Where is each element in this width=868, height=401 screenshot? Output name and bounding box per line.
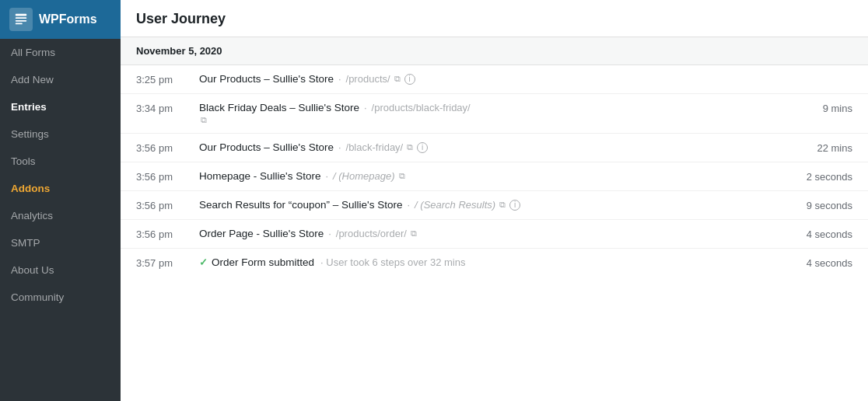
date-header: November 5, 2020 xyxy=(121,37,868,65)
row-content: Our Products – Sullie's Store·/products/… xyxy=(199,73,778,85)
row-content: Order Page - Sullie's Store·/products/or… xyxy=(199,228,778,239)
journey-row: 3:56 pmOrder Page - Sullie's Store·/prod… xyxy=(121,220,868,249)
row-content: Our Products – Sullie's Store·/black-fri… xyxy=(199,141,778,153)
sidebar-item-addons[interactable]: Addons xyxy=(0,175,121,202)
row-content: Homepage - Sullie's Store·/ (Homepage) xyxy=(199,170,778,182)
separator: · xyxy=(338,73,341,85)
journey-row: 3:34 pmBlack Friday Deals – Sullie's Sto… xyxy=(121,94,868,134)
row-time: 3:56 pm xyxy=(136,199,187,211)
page-url: /black-friday/ xyxy=(346,141,404,153)
row-time: 3:56 pm xyxy=(136,228,187,240)
page-name: Order Page - Sullie's Store xyxy=(199,228,324,239)
sidebar-item-add-new[interactable]: Add New xyxy=(0,66,121,93)
sidebar-item-smtp[interactable]: SMTP xyxy=(0,229,121,256)
row-duration xyxy=(790,73,852,74)
row-time: 3:25 pm xyxy=(136,73,187,85)
sidebar-item-community[interactable]: Community xyxy=(0,284,121,311)
external-link-icon[interactable] xyxy=(411,228,417,239)
row-time: 3:56 pm xyxy=(136,170,187,183)
separator: · xyxy=(407,199,410,211)
page-name: Our Products – Sullie's Store xyxy=(199,141,334,153)
info-icon[interactable]: i xyxy=(404,74,415,85)
sidebar-item-entries[interactable]: Entries xyxy=(0,93,121,120)
sidebar-item-analytics[interactable]: Analytics xyxy=(0,202,121,229)
sidebar-item-tools[interactable]: Tools xyxy=(0,148,121,175)
row-duration: 4 seconds xyxy=(790,256,852,269)
sidebar-item-all-forms[interactable]: All Forms xyxy=(0,39,121,66)
svg-rect-0 xyxy=(16,14,26,16)
separator: · xyxy=(338,141,341,153)
page-url: /products/black-friday/ xyxy=(372,102,471,113)
wpforms-logo-icon xyxy=(9,8,33,31)
sidebar-logo-label: WPForms xyxy=(39,12,97,26)
sidebar-item-settings[interactable]: Settings xyxy=(0,120,121,148)
row-content: Search Results for “coupon” – Sullie's S… xyxy=(199,199,778,211)
row-content: ✓Order Form submitted· User took 6 steps… xyxy=(199,256,778,268)
journey-row: 3:56 pmOur Products – Sullie's Store·/bl… xyxy=(121,134,868,162)
separator: · xyxy=(364,102,367,113)
page-name: Black Friday Deals – Sullie's Store xyxy=(199,102,359,113)
journey-row: 3:56 pmHomepage - Sullie's Store·/ (Home… xyxy=(121,162,868,191)
external-link-icon[interactable] xyxy=(499,200,506,210)
page-url: /products/ xyxy=(346,73,390,85)
row-duration: 22 mins xyxy=(790,141,852,154)
page-url: / (Search Results) xyxy=(415,199,495,211)
external-link-icon[interactable] xyxy=(201,115,207,125)
page-name: Our Products – Sullie's Store xyxy=(199,73,334,85)
journey-table: 3:25 pmOur Products – Sullie's Store·/pr… xyxy=(121,65,868,401)
info-icon[interactable]: i xyxy=(509,200,520,211)
row-time: 3:57 pm xyxy=(136,256,187,269)
sidebar-item-about-us[interactable]: About Us xyxy=(0,256,121,284)
sidebar: WPForms All FormsAdd NewEntriesSettingsT… xyxy=(0,0,121,401)
svg-rect-3 xyxy=(16,23,23,25)
sidebar-logo[interactable]: WPForms xyxy=(0,0,121,39)
journey-row: 3:56 pmSearch Results for “coupon” – Sul… xyxy=(121,191,868,220)
checkmark-icon: ✓ xyxy=(199,256,208,268)
row-duration: 9 seconds xyxy=(790,199,852,211)
page-name: Homepage - Sullie's Store xyxy=(199,170,320,182)
separator: · xyxy=(328,228,331,239)
page-title: User Journey xyxy=(136,11,852,27)
svg-rect-2 xyxy=(16,20,26,22)
journey-row: 3:25 pmOur Products – Sullie's Store·/pr… xyxy=(121,65,868,94)
submitted-label: Order Form submitted xyxy=(212,256,314,268)
page-url: /products/order/ xyxy=(336,228,407,239)
svg-rect-1 xyxy=(16,17,26,19)
external-link-icon[interactable] xyxy=(394,74,401,84)
row-duration: 4 seconds xyxy=(790,228,852,240)
main-content: User Journey November 5, 2020 3:25 pmOur… xyxy=(121,0,868,401)
page-name: Search Results for “coupon” – Sullie's S… xyxy=(199,199,402,211)
row-duration: 9 mins xyxy=(790,102,852,114)
row-duration: 2 seconds xyxy=(790,170,852,183)
submitted-note: · User took 6 steps over 32 mins xyxy=(320,256,465,268)
info-icon[interactable]: i xyxy=(417,142,428,153)
external-link-icon[interactable] xyxy=(399,171,405,181)
external-link-icon[interactable] xyxy=(407,142,413,152)
row-content: Black Friday Deals – Sullie's Store·/pro… xyxy=(199,102,778,125)
row-time: 3:34 pm xyxy=(136,102,187,114)
page-url: / (Homepage) xyxy=(333,170,394,182)
separator: · xyxy=(325,170,328,182)
row-time: 3:56 pm xyxy=(136,141,187,154)
journey-row: 3:57 pm✓Order Form submitted· User took … xyxy=(121,249,868,277)
page-header: User Journey xyxy=(121,0,868,37)
